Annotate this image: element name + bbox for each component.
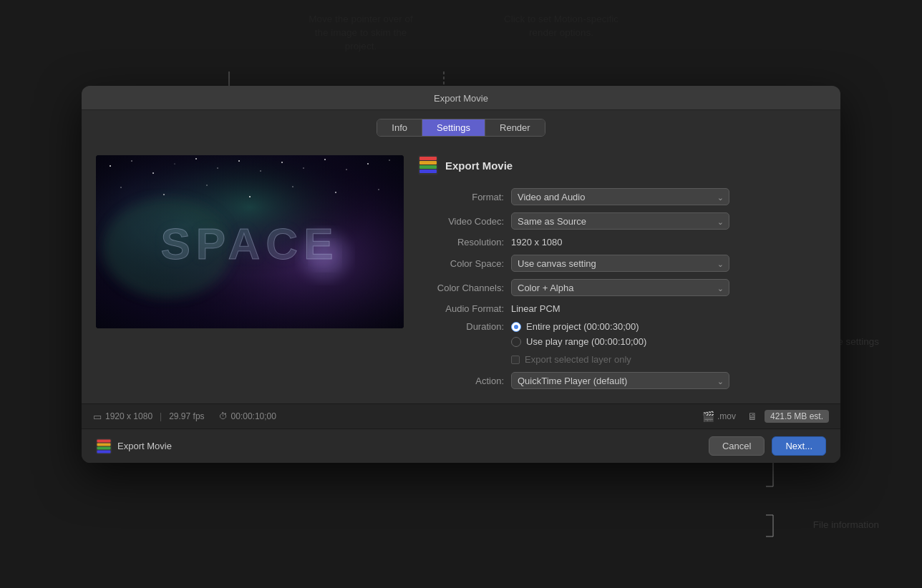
export-dialog: Export Movie Info Settings Render [82,86,840,463]
color-channels-select[interactable]: Color + Alpha Color Alpha [511,279,729,296]
color-space-select[interactable]: Use canvas setting Rec. 709 Rec. 2020 [511,255,729,272]
preview-svg: SPACE SPACE [96,155,404,328]
svg-rect-44 [97,439,111,442]
export-movie-icon [418,155,438,175]
tab-render[interactable]: Render [485,119,545,136]
tabs-row: Info Settings Render [82,110,840,144]
footer-export-icon [96,438,112,454]
play-range-option[interactable]: Use play range (00:00:10;00) [511,336,646,347]
tooltip-skim: Move the pointer over of the image to sk… [304,13,418,54]
color-space-row: Color Space: Use canvas setting Rec. 709… [418,255,826,272]
svg-point-12 [110,165,111,167]
resolution-icon: ▭ [93,411,102,422]
audio-format-value: Linear PCM [511,303,561,314]
format-select[interactable]: Video and Audio Video Only Audio Only [511,188,729,205]
svg-point-30 [292,186,293,187]
format-row: Format: Video and Audio Video Only Audio… [418,188,826,205]
svg-rect-46 [97,446,111,449]
clock-icon: ⏱ [219,411,228,421]
bottom-bar: ▭ 1920 x 1080 | 29.97 fps ⏱ 00:00:10;00 … [82,403,840,428]
video-codec-select[interactable]: Same as Source H.264 HEVC [511,212,729,230]
format-label: Format: [418,192,511,202]
svg-rect-39 [419,157,437,160]
fps-info: 29.97 fps [169,411,204,421]
export-layer-label: Export selected layer only [525,354,631,365]
entire-project-option[interactable]: Entire project (00:00:30;00) [511,321,646,332]
svg-point-14 [152,172,154,174]
format-select-wrapper[interactable]: Video and Audio Video Only Audio Only [511,188,729,205]
svg-rect-47 [97,450,111,453]
svg-point-28 [206,185,207,185]
color-channels-select-wrapper[interactable]: Color + Alpha Color Alpha [511,279,729,296]
play-range-radio[interactable] [511,337,521,347]
settings-panel: Export Movie Format: Video and Audio Vid… [418,155,826,396]
action-select[interactable]: QuickTime Player (default) None Open wit… [511,372,729,389]
duration-info: ⏱ 00:00:10;00 [219,411,276,421]
svg-point-13 [131,160,132,162]
footer-bar: Export Movie Cancel Next... [82,428,840,463]
svg-point-19 [260,170,261,172]
video-codec-row: Video Codec: Same as Source H.264 HEVC [418,212,826,230]
svg-point-21 [303,167,304,168]
duration-row: Duration: Entire project (00:00:30;00) U… [418,321,826,365]
svg-point-26 [120,187,122,188]
cancel-button[interactable]: Cancel [709,436,765,456]
action-select-wrapper[interactable]: QuickTime Player (default) None Open wit… [511,372,729,389]
screen-icon: 🖥 [747,411,757,422]
resolution-info: ▭ 1920 x 1080 [93,411,152,422]
title-bar: Export Movie [82,86,840,110]
svg-rect-45 [97,443,111,446]
entire-project-label: Entire project (00:00:30;00) [526,321,639,332]
resolution-row: Resolution: 1920 x 1080 [418,237,826,248]
audio-format-row: Audio Format: Linear PCM [418,303,826,314]
color-channels-label: Color Channels: [418,283,511,293]
duration-label: Duration: [418,321,511,332]
export-title: Export Movie [445,160,513,172]
content-area: SPACE SPACE Export Movie [82,144,840,403]
next-button[interactable]: Next... [772,436,826,456]
svg-rect-41 [419,165,437,169]
footer-icon-label: Export Movie [96,438,172,454]
file-information-label: File information [813,519,879,530]
preview-image[interactable]: SPACE SPACE [96,155,404,328]
svg-point-15 [174,163,175,164]
action-label: Action: [418,376,511,386]
svg-point-29 [249,196,251,197]
resolution-value: 1920 x 1080 [511,237,563,248]
tab-group: Info Settings Render [377,119,545,137]
file-icon: 🎬 [702,411,714,422]
svg-point-16 [195,158,197,160]
svg-rect-42 [419,170,437,173]
dialog-title: Export Movie [434,93,488,104]
svg-text:SPACE: SPACE [160,219,339,268]
svg-point-31 [335,192,336,193]
svg-point-18 [238,160,240,162]
svg-point-22 [324,159,326,160]
color-space-select-wrapper[interactable]: Use canvas setting Rec. 709 Rec. 2020 [511,255,729,272]
export-layer-row: Export selected layer only [511,354,646,365]
svg-point-24 [367,163,369,165]
export-layer-checkbox[interactable] [511,356,520,364]
svg-point-20 [281,162,283,163]
tooltip-area: Move the pointer over of the image to sk… [0,0,922,54]
info-sep1: | [160,411,162,421]
size-badge: 421.5 MB est. [765,410,829,423]
svg-point-17 [217,167,218,168]
entire-project-radio[interactable] [511,322,521,332]
svg-point-27 [163,194,165,195]
video-codec-select-wrapper[interactable]: Same as Source H.264 HEVC [511,212,729,230]
color-channels-row: Color Channels: Color + Alpha Color Alph… [418,279,826,296]
audio-format-label: Audio Format: [418,303,511,314]
export-header: Export Movie [418,155,826,175]
svg-point-23 [346,169,347,170]
duration-options: Entire project (00:00:30;00) Use play ra… [511,321,646,365]
action-row: Action: QuickTime Player (default) None … [418,372,826,389]
svg-point-25 [389,160,389,160]
play-range-label: Use play range (00:00:10;00) [526,336,646,347]
tooltip-render: Click to set Motion-specific render opti… [504,13,618,54]
svg-point-32 [378,189,379,190]
tab-info[interactable]: Info [377,119,422,136]
tab-settings[interactable]: Settings [422,119,485,136]
file-ext-badge: 🎬 .mov [702,411,736,422]
footer-label: Export Movie [117,441,172,451]
